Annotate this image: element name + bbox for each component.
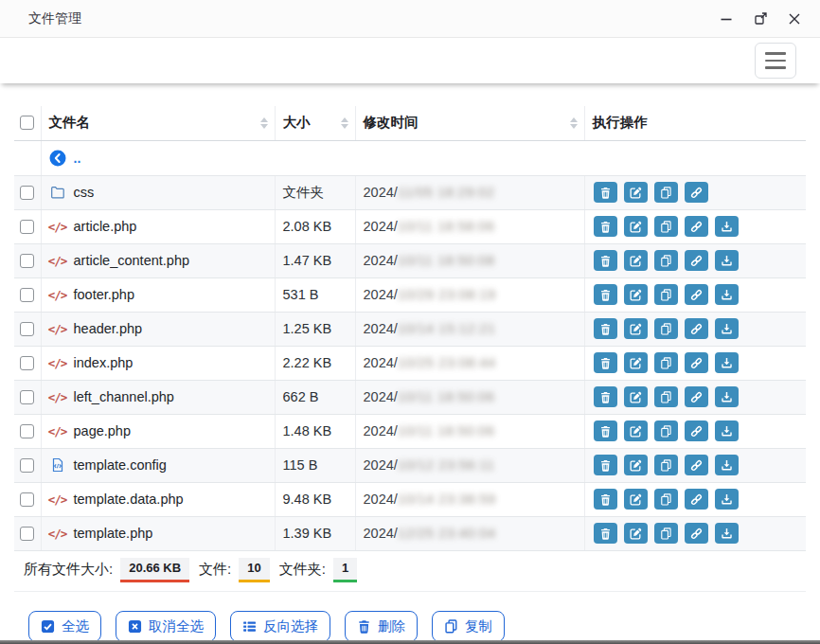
download-button[interactable] — [715, 216, 739, 237]
edit-button[interactable] — [624, 489, 648, 510]
row-checkbox[interactable] — [20, 288, 34, 302]
download-button[interactable] — [715, 420, 739, 441]
delete-button[interactable] — [594, 250, 617, 271]
row-checkbox[interactable] — [20, 356, 34, 370]
titlebar: 文件管理 — [0, 0, 820, 38]
link-icon — [690, 221, 703, 233]
deselect-all-button[interactable]: 取消全选 — [116, 611, 216, 642]
edit-button[interactable] — [624, 386, 648, 407]
file-name[interactable]: index.php — [74, 355, 134, 370]
menu-button[interactable] — [755, 43, 796, 79]
delete-button[interactable] — [594, 216, 617, 237]
delete-button[interactable] — [594, 455, 617, 475]
download-button[interactable] — [715, 489, 739, 510]
edit-button[interactable] — [624, 250, 648, 271]
copy-button[interactable] — [654, 489, 678, 510]
row-checkbox[interactable] — [20, 390, 34, 404]
link-button[interactable] — [685, 182, 708, 203]
download-button[interactable] — [715, 318, 739, 339]
link-button[interactable] — [685, 216, 708, 237]
copy-icon — [660, 323, 672, 335]
delete-button[interactable] — [594, 284, 617, 305]
edit-button[interactable] — [624, 523, 648, 544]
file-name[interactable]: template.data.php — [74, 492, 184, 507]
copy-button[interactable] — [654, 386, 678, 407]
header-size[interactable]: 大小 — [275, 106, 355, 140]
copy-button[interactable] — [654, 455, 678, 475]
link-icon — [690, 187, 703, 199]
link-button[interactable] — [685, 318, 708, 339]
edit-button[interactable] — [624, 182, 648, 203]
edit-button[interactable] — [624, 216, 648, 237]
file-name[interactable]: template.config — [74, 457, 167, 473]
copy-button[interactable] — [654, 523, 678, 544]
edit-button[interactable] — [624, 284, 648, 305]
parent-dir-link[interactable]: .. — [74, 151, 81, 166]
file-name[interactable]: article_content.php — [74, 253, 190, 268]
copy-button[interactable] — [654, 250, 678, 271]
delete-selected-button[interactable]: 删除 — [345, 611, 418, 642]
link-button[interactable] — [685, 386, 708, 407]
file-modified-time: 2024/10/11 18:58:06 — [355, 209, 584, 243]
link-button[interactable] — [685, 250, 708, 271]
copy-button[interactable] — [654, 182, 678, 203]
copy-selected-button[interactable]: 复制 — [432, 611, 505, 642]
back-circle-icon[interactable] — [49, 150, 66, 167]
row-checkbox[interactable] — [20, 424, 34, 438]
copy-button[interactable] — [654, 318, 678, 339]
copy-button[interactable] — [654, 352, 678, 373]
row-checkbox[interactable] — [20, 186, 34, 200]
header-modified[interactable]: 修改时间 — [355, 106, 584, 140]
folders-count-label: 文件夹: — [279, 561, 326, 579]
link-button[interactable] — [685, 420, 708, 441]
edit-button[interactable] — [624, 318, 648, 339]
row-checkbox[interactable] — [20, 527, 34, 541]
copy-button[interactable] — [654, 216, 678, 237]
delete-button[interactable] — [594, 318, 617, 339]
summary-bar: 所有文件大小: 20.66 KB 文件: 10 文件夹: 1 — [14, 551, 806, 592]
link-button[interactable] — [685, 455, 708, 475]
delete-button[interactable] — [594, 352, 617, 373]
delete-button[interactable] — [594, 182, 617, 203]
link-button[interactable] — [685, 489, 708, 510]
minimize-button[interactable] — [718, 10, 735, 27]
download-button[interactable] — [715, 386, 739, 407]
file-name[interactable]: template.php — [74, 526, 153, 541]
edit-button[interactable] — [624, 420, 648, 441]
header-filename[interactable]: 文件名 — [41, 106, 275, 140]
row-checkbox[interactable] — [20, 254, 34, 268]
invert-selection-button[interactable]: 反向选择 — [230, 611, 330, 642]
file-name[interactable]: left_channel.php — [74, 389, 174, 404]
file-name[interactable]: footer.php — [74, 287, 135, 302]
download-button[interactable] — [715, 284, 739, 305]
link-button[interactable] — [685, 523, 708, 544]
download-button[interactable] — [715, 523, 739, 544]
delete-button[interactable] — [594, 386, 617, 407]
file-name[interactable]: page.php — [74, 423, 131, 438]
delete-button[interactable] — [594, 489, 617, 510]
close-button[interactable] — [786, 10, 803, 27]
row-checkbox[interactable] — [20, 322, 34, 336]
link-button[interactable] — [685, 352, 708, 373]
download-button[interactable] — [715, 455, 739, 475]
delete-button[interactable] — [594, 523, 617, 544]
file-name[interactable]: article.php — [74, 219, 137, 234]
download-button[interactable] — [715, 352, 739, 373]
file-name[interactable]: header.php — [74, 321, 143, 336]
copy-button[interactable] — [654, 420, 678, 441]
download-button[interactable] — [715, 250, 739, 271]
copy-icon — [660, 255, 672, 267]
file-name[interactable]: css — [74, 185, 95, 200]
select-all-checkbox[interactable] — [20, 116, 34, 130]
row-checkbox[interactable] — [20, 220, 34, 234]
edit-button[interactable] — [624, 455, 648, 475]
link-button[interactable] — [685, 284, 708, 305]
row-checkbox[interactable] — [20, 492, 34, 507]
row-checkbox[interactable] — [20, 458, 34, 473]
copy-button[interactable] — [654, 284, 678, 305]
edit-button[interactable] — [624, 352, 648, 373]
select-all-button[interactable]: 全选 — [28, 611, 101, 642]
restore-button[interactable] — [752, 10, 769, 27]
sort-icon — [260, 117, 268, 129]
delete-button[interactable] — [594, 420, 617, 441]
